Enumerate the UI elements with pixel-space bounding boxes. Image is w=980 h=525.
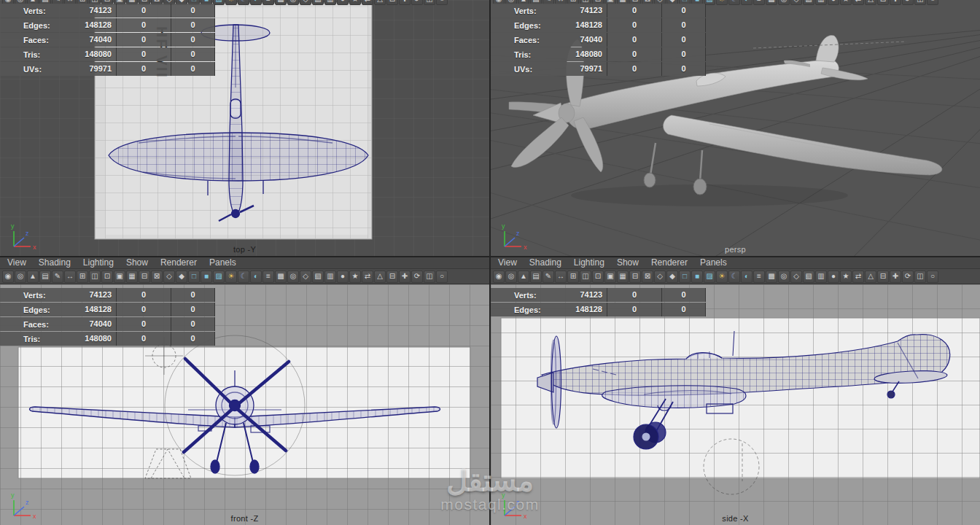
wireframe-on-shaded-icon[interactable]: ▥ [324,0,336,5]
motion-blur-icon[interactable]: ≡ [262,271,274,283]
paint-effects-icon[interactable]: ★ [840,0,852,5]
ortho-toggle-icon[interactable]: △ [865,0,876,5]
axis-toggle-icon[interactable]: ✚ [890,271,901,283]
isolate-select-icon[interactable]: ◇ [790,0,802,5]
gate-mask-icon[interactable]: ▣ [114,271,125,283]
occlusion-icon[interactable]: ◐ [741,271,752,283]
view-axis-gizmo[interactable]: y x z [497,489,529,521]
panel-layout-icon[interactable]: ◫ [914,0,926,5]
resolution-gate-icon[interactable]: ⊡ [592,271,604,283]
grease-pencil-icon[interactable]: ✎ [52,271,63,283]
pan-zoom-icon[interactable]: ↔ [555,271,567,283]
frame-all-icon[interactable]: ◇ [654,271,666,283]
ortho-toggle-icon[interactable]: △ [374,271,386,283]
refresh-icon[interactable]: ⟳ [411,0,423,5]
paint-effects-icon[interactable]: ★ [349,0,361,5]
default-material-icon[interactable]: ● [337,0,349,5]
viewport-menu-item[interactable]: Show [617,257,639,268]
shadows-icon[interactable]: ☾ [728,0,740,5]
lock-camera-icon[interactable]: ◎ [505,271,517,283]
hud-toggle-icon[interactable]: ⊟ [386,271,398,283]
viewport-persp[interactable]: ◉◎▲▤✎↔⊞◫⊡▣▦⊟⊠◇◆□■▨☀☾◐≡▩◎◇▧▥●★⇄△⊟✚⟳◫○ Ver… [491,0,980,256]
panel-layout-icon[interactable]: ◫ [424,271,435,283]
select-camera-icon[interactable]: ◉ [493,271,505,283]
shadows-icon[interactable]: ☾ [238,0,249,5]
viewport-menu-item[interactable]: Panels [700,257,727,268]
film-gate-icon[interactable]: ◫ [580,271,591,283]
ortho-toggle-icon[interactable]: △ [865,271,876,283]
default-material-icon[interactable]: ● [828,0,839,5]
use-all-lights-icon[interactable]: ☀ [716,271,728,283]
select-camera-icon[interactable]: ◉ [2,271,14,283]
depth-of-field-icon[interactable]: ◎ [778,271,790,283]
multisample-icon[interactable]: ▩ [275,271,287,283]
viewport-menu-item[interactable]: Panels [209,257,236,268]
xray-icon[interactable]: ▧ [312,271,324,283]
multisample-icon[interactable]: ▩ [275,0,287,5]
safe-title-icon[interactable]: ⊠ [642,271,653,283]
use-all-lights-icon[interactable]: ☀ [225,0,237,5]
safe-title-icon[interactable]: ⊠ [151,271,163,283]
occlusion-icon[interactable]: ◐ [250,271,262,283]
film-gate-icon[interactable]: ◫ [89,271,101,283]
resolution-gate-icon[interactable]: ⊡ [101,271,113,283]
view-axis-gizmo[interactable]: y x z [497,220,529,252]
axis-toggle-icon[interactable]: ✚ [399,0,411,5]
default-material-icon[interactable]: ● [337,271,349,283]
use-all-lights-icon[interactable]: ☀ [225,271,237,283]
xray-icon[interactable]: ▧ [312,0,324,5]
viewport-top[interactable]: HF VII [0,0,489,256]
viewport-menu-item[interactable]: Lighting [83,257,114,268]
grid-toggle-icon[interactable]: ⊞ [77,271,88,283]
image-plane-icon[interactable]: ▤ [39,271,51,283]
depth-of-field-icon[interactable]: ◎ [287,0,299,5]
axis-toggle-icon[interactable]: ✚ [890,0,901,5]
wireframe-on-shaded-icon[interactable]: ▥ [815,271,827,283]
sphere-primitive-icon[interactable]: ○ [927,271,938,283]
lock-camera-icon[interactable]: ◎ [15,271,26,283]
frame-selection-icon[interactable]: ◆ [666,271,678,283]
frame-selection-icon[interactable]: ◆ [176,271,187,283]
grease-pencil-icon[interactable]: ✎ [542,271,554,283]
shadows-icon[interactable]: ☾ [238,271,249,283]
wireframe-on-shaded-icon[interactable]: ▥ [815,0,827,5]
pan-zoom-icon[interactable]: ↔ [64,271,76,283]
shaded-mode-icon[interactable]: ■ [201,271,212,283]
sphere-primitive-icon[interactable]: ○ [436,271,448,283]
viewport-menu-item[interactable]: Show [126,257,148,268]
sphere-primitive-icon[interactable]: ○ [927,0,938,5]
grid-toggle-icon[interactable]: ⊞ [567,271,579,283]
multisample-icon[interactable]: ▩ [766,0,777,5]
depth-of-field-icon[interactable]: ◎ [778,0,790,5]
safe-action-icon[interactable]: ⊟ [629,271,641,283]
panel-layout-icon[interactable]: ◫ [914,271,926,283]
safe-action-icon[interactable]: ⊟ [139,271,150,283]
gate-mask-icon[interactable]: ▣ [604,271,616,283]
field-chart-icon[interactable]: ▦ [617,271,629,283]
motion-blur-icon[interactable]: ≡ [753,0,765,5]
sphere-primitive-icon[interactable]: ○ [436,0,448,5]
shaded-mode-icon[interactable]: ■ [691,271,703,283]
wireframe-on-shaded-icon[interactable]: ▥ [324,271,336,283]
isolate-select-icon[interactable]: ◇ [790,271,802,283]
refresh-icon[interactable]: ⟳ [902,271,914,283]
wireframe-mode-icon[interactable]: □ [188,271,200,283]
stereo-icon[interactable]: ⇄ [852,0,864,5]
view-axis-gizmo[interactable]: y x z [6,220,38,252]
viewport-menu-item[interactable]: View [7,257,26,268]
frame-all-icon[interactable]: ◇ [163,271,175,283]
stereo-icon[interactable]: ⇄ [852,271,864,283]
viewport-menu-item[interactable]: Shading [529,257,561,268]
viewport-menu-item[interactable]: Renderer [651,257,688,268]
motion-blur-icon[interactable]: ≡ [262,0,274,5]
paint-effects-icon[interactable]: ★ [349,271,361,283]
panel-layout-icon[interactable]: ◫ [424,0,435,5]
stereo-icon[interactable]: ⇄ [362,0,373,5]
xray-icon[interactable]: ▧ [803,271,814,283]
viewport-menu-item[interactable]: Lighting [574,257,604,268]
paint-effects-icon[interactable]: ★ [840,271,852,283]
camera-bookmark-icon[interactable]: ▲ [518,271,529,283]
shadows-icon[interactable]: ☾ [728,271,740,283]
camera-bookmark-icon[interactable]: ▲ [27,271,39,283]
occlusion-icon[interactable]: ◐ [250,0,262,5]
